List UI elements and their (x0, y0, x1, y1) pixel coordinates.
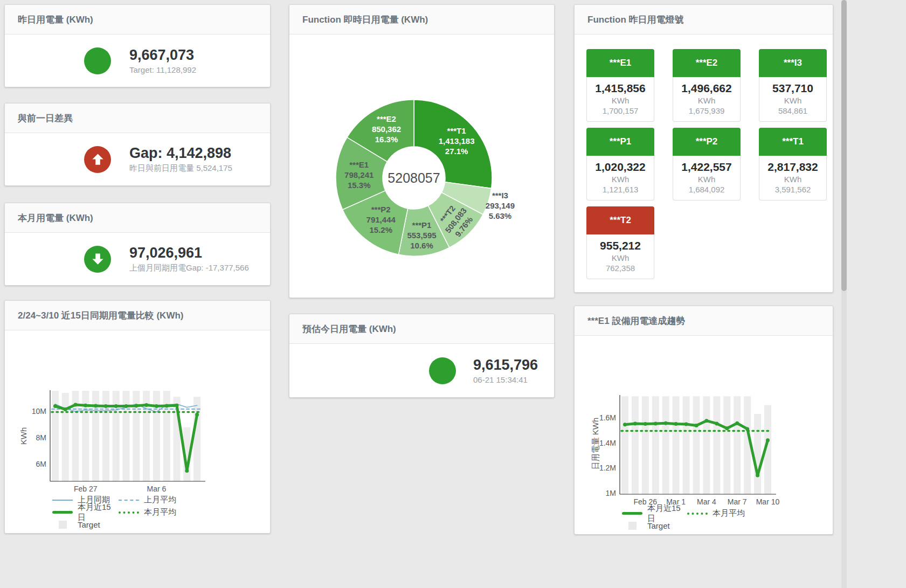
legend-swatch (622, 522, 642, 530)
tile-name: ***E2 (673, 49, 741, 77)
panel-title: 預估今日用電量 (KWh) (302, 323, 396, 335)
panel-title: 昨日用電量 (KWh) (18, 13, 93, 26)
tile-target: 1,121,613 (588, 185, 653, 194)
series-point (165, 404, 169, 407)
y-tick-label: 1.6M (599, 413, 616, 422)
target-bar (693, 396, 700, 494)
x-tick-label: Feb 27 (74, 485, 98, 492)
trend-chart-legend: 本月近15日本月平均Target (622, 509, 833, 530)
e1-trend-chart: 1.6M1.4M1.2M1MFeb 26Mar 1Mar 4Mar 7Mar 1… (575, 336, 833, 506)
tile-value: 537,710 (760, 82, 825, 95)
up-arrow-icon (84, 146, 111, 173)
light-tile-T1: ***T12,817,832KWh3,591,562 (759, 128, 827, 200)
tile-target: 1,675,939 (674, 106, 739, 115)
legend-swatch (52, 500, 73, 501)
light-tile-P1: ***P11,020,322KWh1,121,613 (586, 128, 654, 200)
scrollbar-track[interactable] (841, 0, 847, 588)
tile-value: 1,496,662 (674, 82, 739, 95)
series-point (725, 426, 729, 430)
kpi-subtitle: 昨日與前日用電量 5,524,175 (129, 163, 232, 174)
kpi-value: 9,667,073 (129, 47, 196, 64)
x-tick-label: Mar 7 (728, 497, 747, 506)
series-point (195, 413, 199, 417)
target-bar (734, 396, 741, 494)
x-tick-label: Mar 6 (147, 485, 167, 492)
legend-swatch (622, 512, 642, 515)
light-tile-I3: ***I3537,710KWh584,861 (759, 49, 827, 122)
panel-header: ***E1 設備用電達成趨勢 (575, 306, 833, 336)
panel-title: 2/24~3/10 近15日同期用電量比較 (KWh) (18, 309, 184, 322)
series-point (84, 404, 87, 407)
target-bar (713, 396, 720, 494)
panel-title: 與前一日差異 (18, 112, 73, 124)
y-tick-label: 10M (32, 407, 46, 416)
tile-target: 762,358 (588, 264, 653, 273)
legend-item-last-month-average[interactable]: 上月平均 (119, 495, 270, 504)
series-point (674, 422, 678, 426)
legend-item-this-month-average[interactable]: 本月平均 (119, 508, 270, 517)
tile-unit: KWh (674, 175, 739, 184)
y-tick-label: 1.4M (599, 439, 616, 447)
legend-label: 本月近15日 (647, 503, 687, 524)
legend-item-this-month-15days[interactable]: 本月近15日 (622, 509, 687, 518)
y-axis-label: 日用電量 KWh (591, 418, 600, 470)
panel-today-estimate: 預估今日用電量 (KWh) 9,615,796 06-21 15:34:41 (289, 314, 555, 398)
series-point (125, 404, 128, 408)
status-circle-icon (84, 47, 111, 74)
series-point (704, 419, 708, 423)
target-bar (673, 396, 680, 494)
series-point (623, 423, 627, 426)
legend-label: 本月近15日 (78, 502, 119, 523)
legend-item-target[interactable]: Target (622, 521, 687, 530)
panel-header: 本月用電量 (KWh) (5, 203, 270, 233)
panel-realtime-donut: Function 即時日用電量 (KWh) ***T11,413,18327.1… (289, 4, 555, 298)
realtime-usage-donut-chart: ***T11,413,18327.1%***I3293,1495.63%***T… (289, 34, 554, 298)
legend-swatch (119, 500, 139, 501)
light-tile-T2: ***T2955,212KWh762,358 (586, 206, 654, 279)
kpi-subtitle: Target: 11,128,992 (129, 65, 196, 74)
legend-item-this-month-average[interactable]: 本月平均 (687, 509, 833, 518)
legend-swatch (52, 521, 73, 529)
legend-label: Target (647, 521, 670, 530)
series-point (74, 403, 78, 406)
kpi-value: 9,615,796 (473, 357, 538, 373)
x-tick-label: Mar 4 (697, 497, 716, 506)
legend-label: 本月平均 (713, 508, 745, 518)
series-point (633, 422, 637, 426)
panel-header: 昨日用電量 (KWh) (5, 5, 270, 34)
series-point (684, 423, 688, 426)
series-point (756, 474, 759, 478)
y-tick-label: 1M (606, 489, 616, 497)
scrollbar-thumb[interactable] (841, 0, 847, 291)
y-axis-label: KWh (19, 427, 28, 445)
legend-item-this-month-15days[interactable]: 本月近15日 (52, 508, 119, 517)
panel-yesterday-lights: Function 昨日用電燈號 ***E11,415,856KWh1,700,1… (574, 4, 833, 293)
series-point (104, 404, 108, 408)
panel-month-usage: 本月用電量 (KWh) 97,026,961 上個月同期用電Gap: -17,3… (4, 203, 271, 286)
target-bar (703, 396, 710, 494)
legend-item-target[interactable]: Target (52, 520, 119, 529)
series-point (134, 404, 138, 407)
kpi-subtitle: 上個月同期用電Gap: -17,377,566 (129, 263, 249, 273)
target-bar (62, 393, 69, 481)
tile-name: ***I3 (759, 49, 827, 77)
down-arrow-icon (84, 246, 111, 273)
light-tile-E1: ***E11,415,856KWh1,700,157 (586, 49, 654, 122)
legend-label: 本月平均 (144, 507, 176, 517)
light-tile-E2: ***E21,496,662KWh1,675,939 (673, 49, 741, 122)
tile-target: 3,591,562 (760, 185, 825, 194)
legend-swatch (52, 511, 73, 514)
series-point (695, 424, 698, 427)
tile-value: 1,020,322 (588, 161, 653, 174)
tile-value: 955,212 (588, 239, 653, 252)
panel-header: 2/24~3/10 近15日同期用電量比較 (KWh) (5, 301, 270, 330)
series-point (155, 404, 158, 408)
tile-target: 584,861 (760, 106, 825, 115)
series-point (175, 404, 179, 407)
series-point (144, 403, 148, 407)
target-bar (632, 396, 639, 494)
tile-unit: KWh (760, 96, 825, 105)
series-point (654, 421, 658, 425)
series-point (664, 421, 668, 425)
y-tick-label: 8M (36, 433, 46, 442)
